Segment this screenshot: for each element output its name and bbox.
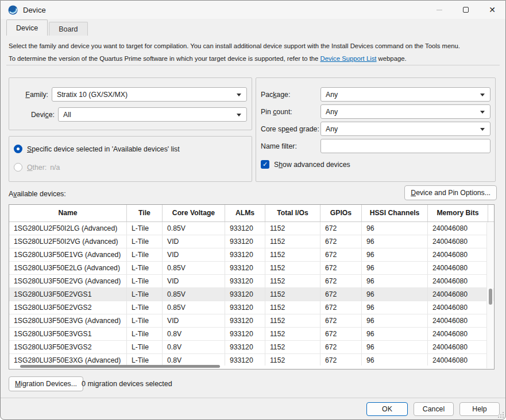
horizontal-scrollbar-thumb[interactable] <box>20 365 220 368</box>
column-header[interactable]: ALMs <box>225 205 265 221</box>
table-cell: 1SG280LU3F50E1VG (Advanced) <box>9 248 127 262</box>
table-cell: 672 <box>320 328 362 341</box>
table-cell: 1152 <box>265 341 320 354</box>
device-select[interactable]: All <box>58 107 247 122</box>
checkbox-checked-icon: ✓ <box>261 160 269 169</box>
pin-count-select[interactable]: Any <box>320 104 490 119</box>
column-header[interactable]: Memory Bits <box>428 205 488 221</box>
table-cell: 672 <box>320 341 362 354</box>
core-speed-grade-select[interactable]: Any <box>320 122 490 136</box>
table-cell: VID <box>163 235 225 248</box>
table-cell: 96 <box>362 341 428 354</box>
table-row[interactable]: 1SG280LU2F50I2VG (Advanced)L-TileVID9331… <box>9 235 494 248</box>
table-cell: 96 <box>362 235 428 248</box>
table-row[interactable]: 1SG280LU3F50E3VGS1L-Tile0.8V933120115267… <box>9 328 494 341</box>
device-support-list-link[interactable]: Device Support List <box>320 55 377 62</box>
table-cell: L-Tile <box>127 301 163 314</box>
table-cell: 1152 <box>265 222 320 235</box>
device-dialog: Device ✕ Device Board Select the family … <box>0 0 506 420</box>
migration-status-text: 0 migration devices selected <box>82 380 172 388</box>
help-button[interactable]: Help <box>459 402 500 416</box>
tab-device[interactable]: Device <box>6 20 48 36</box>
table-cell: 672 <box>320 301 362 314</box>
column-header[interactable]: Core Voltage <box>163 205 225 221</box>
close-button[interactable]: ✕ <box>479 1 505 19</box>
table-cell: 1SG280LU3F50E3VGS1 <box>9 328 127 341</box>
family-select[interactable]: Stratix 10 (GX/SX/MX) <box>52 87 247 102</box>
table-horizontal-scrollbar[interactable] <box>10 364 486 368</box>
table-row[interactable]: 1SG280LU3F50E2VGS1L-Tile0.85V93312011526… <box>9 288 494 301</box>
quartus-logo-icon <box>8 5 18 15</box>
table-cell: 672 <box>320 288 362 301</box>
table-cell: L-Tile <box>127 248 163 262</box>
table-cell: 96 <box>362 275 428 288</box>
table-row[interactable]: 1SG280LU2F50I2LG (Advanced)L-Tile0.85V93… <box>9 222 494 235</box>
maximize-button[interactable] <box>453 1 479 19</box>
table-cell: 1SG280LU3F50E2VG (Advanced) <box>9 275 127 288</box>
pin-count-label: Pin count: <box>261 108 320 116</box>
table-cell: 933120 <box>225 235 265 248</box>
table-cell: 1152 <box>265 248 320 262</box>
table-cell: 672 <box>320 275 362 288</box>
name-filter-input[interactable] <box>320 139 490 153</box>
table-cell: L-Tile <box>127 288 163 301</box>
cancel-button[interactable]: Cancel <box>414 402 454 416</box>
table-cell: 933120 <box>225 222 265 235</box>
table-cell: 672 <box>320 222 362 235</box>
column-header[interactable]: HSSI Channels <box>362 205 428 221</box>
package-select[interactable]: Any <box>320 87 490 102</box>
radio-specific-device[interactable]: Specific device selected in 'Available d… <box>14 145 247 153</box>
chevron-down-icon <box>237 94 241 96</box>
table-cell: 933120 <box>225 288 265 301</box>
table-cell: 240046080 <box>428 222 488 235</box>
table-cell: 1152 <box>265 235 320 248</box>
package-selected-value: Any <box>326 91 338 99</box>
table-cell: 1SG280LU3F50E3VG (Advanced) <box>9 314 127 328</box>
table-cell: 240046080 <box>428 301 488 314</box>
device-selected-value: All <box>63 111 71 119</box>
table-row[interactable]: 1SG280LU3F50E3VGS2L-Tile0.8V933120115267… <box>9 341 494 354</box>
table-cell: 933120 <box>225 328 265 341</box>
table-cell: 672 <box>320 314 362 328</box>
vertical-scrollbar-thumb[interactable] <box>489 289 492 305</box>
table-vertical-scrollbar[interactable] <box>486 223 493 368</box>
table-row[interactable]: 1SG280LU3F50E1VG (Advanced)L-TileVID9331… <box>9 248 494 262</box>
table-cell: 96 <box>362 328 428 341</box>
table-cell: 672 <box>320 262 362 275</box>
table-cell: 0.8V <box>163 328 225 341</box>
window-title: Device <box>23 6 46 14</box>
radio-other[interactable]: Other: n/a <box>14 163 247 172</box>
tab-board[interactable]: Board <box>49 22 87 36</box>
column-header[interactable]: Tile <box>127 205 163 221</box>
core-speed-grade-selected-value: Any <box>326 125 338 133</box>
minimize-icon <box>437 10 442 10</box>
table-cell: 1152 <box>265 328 320 341</box>
chevron-down-icon <box>480 111 485 114</box>
column-header[interactable]: Name <box>9 205 127 221</box>
table-row[interactable]: 1SG280LU3F50E2LG (Advanced)L-Tile0.85V93… <box>9 262 494 275</box>
show-advanced-devices-checkbox[interactable]: ✓ Show advanced devices <box>261 160 490 169</box>
column-header[interactable]: Total I/Os <box>265 205 320 221</box>
table-cell: L-Tile <box>127 328 163 341</box>
target-device-group: Specific device selected in 'Available d… <box>9 136 252 182</box>
table-cell: 240046080 <box>428 341 488 354</box>
radio-other-value: n/a <box>50 164 60 172</box>
table-cell: 672 <box>320 248 362 262</box>
device-and-pin-options-button[interactable]: Device and Pin Options... <box>404 185 497 200</box>
minimize-button[interactable] <box>426 1 453 19</box>
table-row[interactable]: 1SG280LU3F50E2VGS2L-Tile0.85V93312011526… <box>9 301 494 314</box>
table-cell: L-Tile <box>127 262 163 275</box>
available-devices-label: Available devices: <box>9 190 66 198</box>
table-cell: VID <box>163 275 225 288</box>
table-cell: 0.85V <box>163 288 225 301</box>
table-cell: L-Tile <box>127 314 163 328</box>
table-row[interactable]: 1SG280LU3F50E2VG (Advanced)L-TileVID9331… <box>9 275 494 288</box>
table-cell: 1152 <box>265 288 320 301</box>
column-header[interactable]: GPIOs <box>320 205 362 221</box>
table-cell: 933120 <box>225 275 265 288</box>
ok-button[interactable]: OK <box>366 402 408 416</box>
table-row[interactable]: 1SG280LU3F50E3VG (Advanced)L-TileVID9331… <box>9 314 494 328</box>
table-cell: 1SG280LU2F50I2LG (Advanced) <box>9 222 127 235</box>
name-filter-label: Name filter: <box>261 142 320 150</box>
migration-devices-button[interactable]: Migration Devices... <box>9 376 83 391</box>
